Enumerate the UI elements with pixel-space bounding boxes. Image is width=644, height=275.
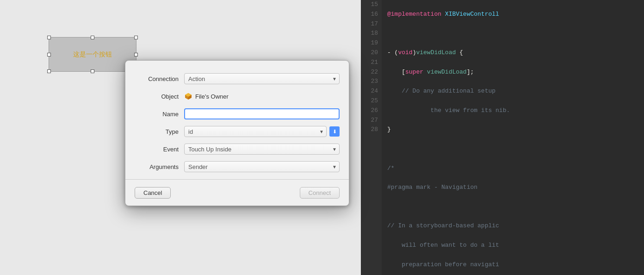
cancel-button[interactable]: Cancel (135, 187, 171, 199)
handle-bm (91, 69, 94, 73)
ib-button-label: 这是一个按钮 (73, 50, 112, 59)
type-control[interactable]: id ▼ (184, 126, 340, 137)
code-line-15: @implementation XIBViewControll (387, 10, 638, 19)
dialog-divider (125, 179, 349, 180)
handle-bl (47, 69, 51, 73)
code-line-21: } (387, 125, 638, 135)
handle-mr (134, 53, 138, 56)
code-editor: 15 16 17 18 19 20 21 22 23 24 25 26 27 2… (361, 0, 644, 275)
line-num-28: 28 (371, 125, 378, 135)
line-num-24: 24 (371, 87, 378, 96)
arguments-select[interactable]: Sender (184, 161, 340, 172)
code-line-26: // In a storyboard-based applic (387, 221, 638, 231)
object-label: Object (135, 93, 179, 100)
line-numbers: 15 16 17 18 19 20 21 22 23 24 25 26 27 2… (361, 0, 382, 275)
line-num-15: 15 (371, 0, 378, 10)
code-line-24: #pragma mark - Navigation (387, 183, 638, 193)
handle-ml (47, 53, 51, 56)
code-line-17: - (void)viewDidLoad { (387, 48, 638, 58)
line-num-27: 27 (371, 116, 378, 125)
event-row: Event Touch Up Inside ▼ (125, 140, 349, 158)
connection-dialog: Connection Action ▼ Object File's Owner (125, 60, 349, 206)
code-line-22 (387, 144, 638, 154)
arguments-label: Arguments (135, 163, 179, 170)
code-line-28: preparation before navigati (387, 260, 638, 270)
type-expand-button[interactable] (329, 126, 340, 137)
code-line-25 (387, 202, 638, 212)
event-control[interactable]: Touch Up Inside ▼ (184, 144, 340, 155)
name-input[interactable] (184, 108, 340, 119)
connection-select[interactable]: Action (184, 73, 340, 84)
object-value: File's Owner (195, 93, 229, 100)
type-select[interactable]: id (184, 126, 327, 137)
connect-button[interactable]: Connect (300, 187, 340, 199)
code-line-18: [super viewDidLoad]; (387, 68, 638, 77)
name-label: Name (135, 111, 179, 118)
object-control: File's Owner (184, 92, 340, 100)
dialog-buttons: Cancel Connect (125, 183, 349, 199)
line-num-17: 17 (371, 19, 378, 29)
line-num-21: 21 (371, 58, 378, 68)
arguments-row: Arguments Sender ▼ (125, 158, 349, 175)
code-line-23: /* (387, 164, 638, 174)
line-num-16: 16 (371, 10, 378, 19)
event-select[interactable]: Touch Up Inside (184, 144, 340, 155)
type-label: Type (135, 128, 179, 135)
connection-control[interactable]: Action ▼ (184, 73, 340, 84)
event-label: Event (135, 146, 179, 153)
line-num-23: 23 (371, 77, 378, 87)
type-row: Type id ▼ (125, 123, 349, 140)
arguments-control[interactable]: Sender ▼ (184, 161, 340, 172)
code-line-19: // Do any additional setup (387, 87, 638, 96)
connection-label: Connection (135, 75, 179, 82)
handle-tl (47, 36, 51, 39)
code-line-20: the view from its nib. (387, 106, 638, 116)
name-row: Name (125, 105, 349, 123)
code-line-27: will often want to do a lit (387, 241, 638, 250)
line-num-18: 18 (371, 29, 378, 38)
ib-canvas: 这是一个按钮 Connection Action ▼ Object (0, 0, 361, 275)
type-select-wrapper[interactable]: id ▼ (184, 126, 327, 137)
ib-button-widget[interactable]: 这是一个按钮 (49, 37, 136, 72)
line-num-20: 20 (371, 48, 378, 58)
handle-tr (134, 36, 138, 39)
line-num-26: 26 (371, 106, 378, 116)
handle-tm (91, 36, 94, 39)
object-row: Object File's Owner (125, 88, 349, 105)
line-num-19: 19 (371, 38, 378, 48)
name-control[interactable] (184, 108, 340, 119)
cube-icon (184, 92, 192, 100)
line-num-25: 25 (371, 96, 378, 106)
code-content: @implementation XIBViewControll - (void)… (382, 0, 644, 275)
line-num-22: 22 (371, 68, 378, 77)
code-line-16 (387, 29, 638, 38)
connection-row: Connection Action ▼ (125, 70, 349, 88)
